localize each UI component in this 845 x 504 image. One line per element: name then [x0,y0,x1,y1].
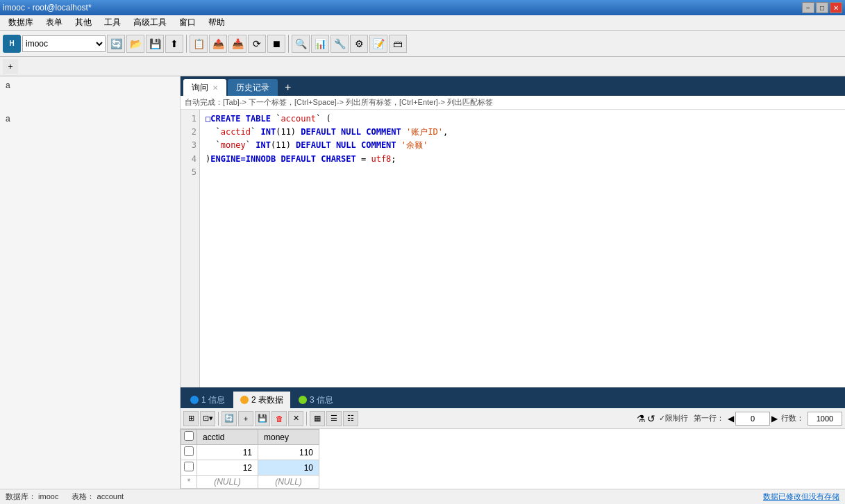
toolbar-btn-7[interactable]: 📥 [228,35,246,53]
row1-money[interactable]: 110 [258,445,319,460]
rt-btn-detail[interactable]: ☷ [343,411,358,426]
titlebar-title: imooc - root@localhost* [3,3,92,12]
database-select[interactable]: imooc [22,35,106,52]
data-table: acctid money 11 110 12 10 [181,429,319,489]
toolbar-btn-10[interactable]: 🔍 [292,35,310,53]
toolbar-btn-14[interactable]: 📝 [369,35,387,53]
add-query-button[interactable]: + [3,59,18,74]
rt-first-row-label: 第一行： [692,413,726,423]
sidebar-label-a: a [3,79,177,92]
menu-window[interactable]: 窗口 [174,15,201,30]
minimize-button[interactable]: − [802,2,814,13]
row2-checkbox[interactable] [184,462,194,471]
toolbar-btn-8[interactable]: ⟳ [248,35,266,53]
tab-history[interactable]: 历史记录 [228,79,278,96]
tab-add-button[interactable]: + [279,79,296,96]
toolbar-btn-4[interactable]: ⬆ [165,35,183,53]
result-tab-info3[interactable]: 3 信息 [292,392,340,408]
row-new-acctid[interactable]: (NULL) [197,476,258,489]
statusbar-db-label: 数据库： [6,492,36,501]
rt-row-count-label: 行数： [779,413,806,423]
result-tab-icon-2 [240,396,249,404]
rt-btn-add[interactable]: + [238,411,253,426]
result-tab-info1[interactable]: 1 信息 [183,392,232,408]
sql-editor[interactable]: 1 2 3 4 5 □CREATE TABLE `account` ( `acc… [181,110,845,387]
main-layout: a a 询问 ✕ 历史记录 + 自动完成：[Tab]-> 下一个标签，[Ctrl… [0,76,845,489]
row1-checkbox[interactable] [184,446,194,456]
row2-acctid[interactable]: 12 [197,460,258,476]
col-header-acctid[interactable]: acctid [197,430,258,445]
menu-advanced-tools[interactable]: 高级工具 [128,15,172,30]
rt-btn-grid[interactable]: ▦ [310,411,325,426]
menu-table[interactable]: 表单 [40,15,68,30]
rt-btn-list[interactable]: ☰ [326,411,342,426]
hint-text: 自动完成：[Tab]-> 下一个标签，[Ctrl+Space]-> 列出所有标签… [185,98,493,106]
result-tab-label-1: 1 信息 [201,394,225,406]
result-tabs: 1 信息 2 表数据 3 信息 [181,389,845,408]
toolbar-btn-2[interactable]: 📂 [126,35,144,53]
hint-bar: 自动完成：[Tab]-> 下一个标签，[Ctrl+Space]-> 列出所有标签… [181,96,845,110]
sidebar-label-b: a [3,112,177,125]
rt-btn-save[interactable]: 💾 [255,411,270,426]
tab-query-close[interactable]: ✕ [212,84,218,92]
titlebar-controls: − □ ✕ [802,2,842,13]
line-numbers: 1 2 3 4 5 [181,110,200,387]
line-num-3: 3 [183,139,196,152]
rt-btn-refresh[interactable]: 🔄 [221,411,237,426]
statusbar-unsaved-link[interactable]: 数据已修改但没有存储 [763,492,839,502]
menubar: 数据库 表单 其他 工具 高级工具 窗口 帮助 [0,15,845,31]
toolbar-btn-11[interactable]: 📊 [311,35,329,53]
row1-acctid[interactable]: 11 [197,445,258,460]
rt-filter-icon[interactable]: ⚗ [637,413,646,424]
col-header-money[interactable]: money [258,430,319,445]
tab-query-label: 询问 [192,82,208,94]
row-new-money[interactable]: (NULL) [258,476,319,489]
row2-checkbox-cell [181,460,197,476]
result-panel: 1 信息 2 表数据 3 信息 ⊞ ⊡▾ 🔄 + 💾 🗑 [181,387,845,489]
toolbar-btn-9[interactable]: ⏹ [267,35,285,53]
rt-limit-label: ✓限制行 [657,413,690,423]
toolbar-btn-6[interactable]: 📤 [209,35,227,53]
toolbar-btn-5[interactable]: 📋 [190,35,208,53]
tab-query[interactable]: 询问 ✕ [183,79,226,96]
rt-refresh-icon[interactable]: ↺ [647,413,655,424]
result-tab-icon-1 [190,396,199,404]
rt-row-count-input[interactable] [808,412,842,426]
table-row-new: * (NULL) (NULL) [181,476,319,489]
statusbar-table-value: account [97,492,124,501]
toolbar2: + [0,57,845,76]
rt-btn-cancel[interactable]: ✕ [288,411,303,426]
menu-tools[interactable]: 工具 [99,15,126,30]
toolbar-btn-1[interactable]: 🔄 [107,35,125,53]
rt-btn-delete[interactable]: 🗑 [271,411,287,426]
menu-help[interactable]: 帮助 [203,15,231,30]
menu-other[interactable]: 其他 [69,15,97,30]
col-header-checkbox [181,430,197,445]
menu-database[interactable]: 数据库 [3,15,39,30]
toolbar-btn-12[interactable]: 🔧 [331,35,349,53]
data-table-wrap[interactable]: acctid money 11 110 12 10 [181,429,845,489]
rt-btn-1[interactable]: ⊞ [183,411,199,426]
toolbar-sep-1 [186,35,187,53]
statusbar-left: 数据库： imooc 表格： account [6,492,124,502]
rt-first-row-input[interactable] [735,412,770,426]
line-num-4: 4 [183,153,196,166]
toolbar-btn-3[interactable]: 💾 [146,35,164,53]
row2-money[interactable]: 10 [258,460,319,476]
close-button[interactable]: ✕ [830,2,842,13]
sql-code-area[interactable]: □CREATE TABLE `account` ( `acctid` INT(1… [200,110,845,387]
line-num-2: 2 [183,126,196,139]
row-new-star: * [181,476,197,489]
statusbar-table-label: 表格： [72,492,94,501]
rt-sep-1 [218,412,219,426]
rt-next-btn[interactable]: ▶ [771,414,778,423]
maximize-button[interactable]: □ [816,2,828,13]
rt-prev-btn[interactable]: ◀ [728,414,734,423]
result-tab-data[interactable]: 2 表数据 [233,392,290,408]
tab-history-label: 历史记录 [236,82,269,94]
toolbar-btn-13[interactable]: ⚙ [350,35,368,53]
rt-btn-2[interactable]: ⊡▾ [200,411,215,426]
select-all-checkbox[interactable] [184,431,194,441]
toolbar-btn-15[interactable]: 🗃 [389,35,407,53]
line-num-1: 1 [183,112,196,126]
